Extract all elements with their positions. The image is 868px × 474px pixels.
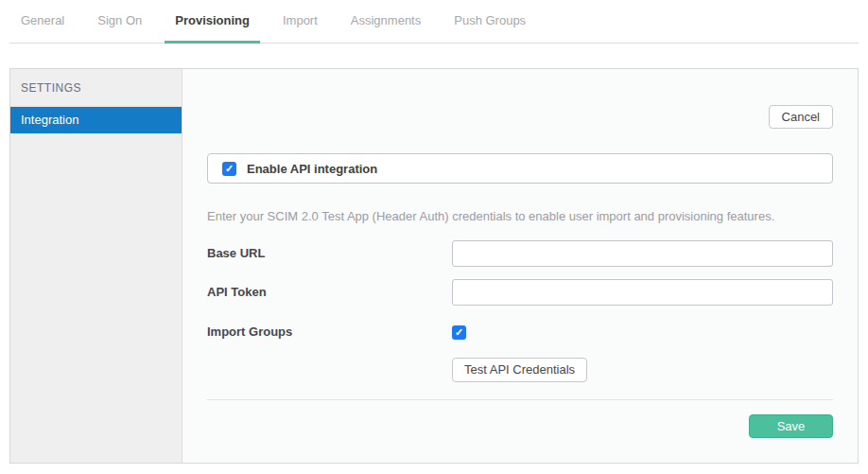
tab-push-groups[interactable]: Push Groups	[443, 0, 536, 44]
sidebar-item-integration[interactable]: Integration	[10, 107, 182, 133]
footer-divider	[207, 399, 833, 400]
settings-sidebar: SETTINGS Integration	[10, 69, 182, 463]
integration-form: Cancel Enable API integration Enter your…	[182, 69, 858, 463]
enable-api-integration-checkbox[interactable]	[222, 162, 236, 176]
enable-api-integration-box: Enable API integration	[207, 153, 833, 184]
provisioning-panel: SETTINGS Integration Cancel Enable API i…	[9, 68, 859, 464]
sidebar-header: SETTINGS	[10, 69, 182, 107]
enable-api-integration-label: Enable API integration	[247, 162, 377, 176]
app-tab-bar: General Sign On Provisioning Import Assi…	[9, 0, 859, 44]
import-groups-label: Import Groups	[207, 319, 292, 345]
tab-import[interactable]: Import	[272, 0, 328, 44]
test-api-credentials-button[interactable]: Test API Credentials	[452, 358, 587, 382]
base-url-input[interactable]	[452, 240, 833, 267]
tab-provisioning[interactable]: Provisioning	[165, 0, 260, 44]
cancel-button[interactable]: Cancel	[769, 105, 833, 129]
tab-assignments[interactable]: Assignments	[340, 0, 431, 44]
tab-sign-on[interactable]: Sign On	[87, 0, 152, 44]
base-url-label: Base URL	[207, 240, 265, 267]
tab-general[interactable]: General	[10, 0, 75, 44]
api-token-label: API Token	[207, 279, 267, 306]
credentials-description: Enter your SCIM 2.0 Test App (Header Aut…	[207, 209, 833, 223]
import-groups-checkbox[interactable]	[452, 325, 466, 340]
save-button[interactable]: Save	[749, 414, 833, 438]
api-token-input[interactable]	[452, 279, 833, 306]
